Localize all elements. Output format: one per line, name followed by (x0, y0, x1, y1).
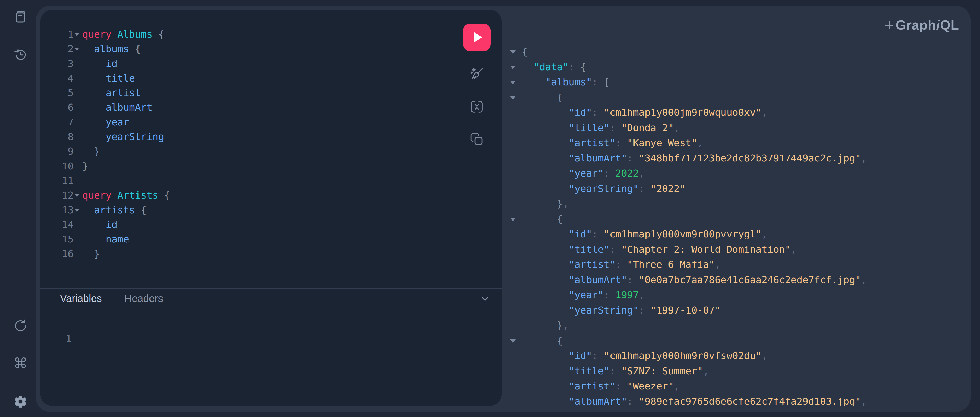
line-number: 4 (40, 71, 73, 86)
fold-arrow-icon[interactable] (75, 194, 79, 197)
editor-panel: 1query Albums {2 albums {3 id4 title5 ar… (40, 10, 502, 406)
code-text: "title": "SZNZ: Summer", (522, 364, 709, 379)
code-line: { (502, 212, 970, 227)
code-text: yearString (82, 129, 164, 144)
line-number: 13 (40, 203, 73, 218)
line-number: 6 (40, 100, 73, 115)
code-text: albumArt (82, 100, 153, 115)
code-text: } (82, 247, 100, 261)
code-line: "artist": "Kanye West", (502, 135, 970, 151)
code-text: "title": "Donda 2", (522, 120, 680, 136)
line-number: 9 (40, 144, 73, 159)
code-text: } (82, 159, 88, 173)
code-text: "year": 1997, (522, 288, 644, 303)
line-number: 7 (40, 115, 73, 129)
secondary-editor-tabs: Variables Headers (40, 290, 502, 308)
refetch-schema-button[interactable] (11, 317, 29, 335)
refetch-icon (13, 318, 28, 334)
code-line: 7 year (40, 115, 475, 129)
fold-arrow-icon[interactable] (510, 218, 516, 221)
code-line: "artist": "Three 6 Mafia", (502, 257, 970, 272)
editor-tools-divider (40, 288, 502, 289)
code-line: { (502, 333, 970, 349)
fold-arrow-icon[interactable] (510, 50, 516, 54)
chevron-down-icon (479, 293, 491, 305)
code-line: 4 title (40, 71, 475, 86)
execute-query-button[interactable] (463, 24, 491, 51)
prettify-query-button[interactable] (469, 66, 485, 83)
code-line: "year": 2022, (502, 166, 970, 181)
line-number: 1 (40, 27, 73, 41)
code-text: artist (82, 86, 141, 100)
tab-headers[interactable]: Headers (124, 293, 163, 304)
query-editor[interactable]: 1query Albums {2 albums {3 id4 title5 ar… (40, 10, 475, 261)
docs-button[interactable] (11, 8, 29, 26)
graphiql-logo: GraphiQL (896, 18, 959, 33)
line-number: 5 (40, 86, 73, 100)
code-line: "albums": [ (502, 75, 970, 90)
shortcut-keys-button[interactable]: ⌘ (11, 354, 29, 372)
code-line: 8 yearString (40, 129, 475, 144)
code-text: "id": "cm1hmap1y000jm9r0wquuo0xv", (522, 105, 767, 120)
code-line: 2 albums { (40, 41, 475, 56)
code-text: "year": 2022, (522, 166, 644, 181)
fold-arrow-icon[interactable] (510, 96, 516, 100)
code-line: 15 name (40, 232, 475, 247)
code-text: "albumArt": "989efac9765d6e6cfe62c7f4fa2… (522, 394, 867, 406)
line-number: 14 (40, 218, 73, 232)
settings-button[interactable] (11, 393, 29, 411)
code-line: }, (502, 318, 970, 333)
code-line: { (502, 44, 970, 59)
code-text: "artist": "Three 6 Mafia", (522, 257, 721, 272)
fold-arrow-icon[interactable] (510, 66, 516, 69)
code-text: artists { (82, 203, 147, 218)
code-line: "title": "Chapter 2: World Domination", (502, 242, 970, 257)
code-text: query Artists { (82, 188, 170, 203)
code-line: { (502, 90, 970, 105)
code-line: "id": "cm1hmap1y000hm9r0vfsw02du", (502, 348, 970, 364)
code-text: year (82, 115, 129, 129)
code-line: "yearString": "1997-10-07" (502, 303, 970, 318)
code-text: name (82, 232, 129, 247)
code-text: "artist": "Kanye West", (522, 135, 703, 151)
code-text: id (82, 56, 117, 71)
code-line: "year": 1997, (502, 288, 970, 303)
code-line: "albumArt": "0e0a7bc7aa786e41c6aa246c2ed… (502, 272, 970, 288)
merge-fragments-button[interactable] (469, 99, 485, 115)
code-line: "albumArt": "348bbf717123be2dc82b3791744… (502, 151, 970, 166)
code-text: { (522, 90, 563, 105)
code-line: 16 } (40, 247, 475, 261)
fold-arrow-icon[interactable] (75, 48, 79, 51)
code-line: }, (502, 196, 970, 212)
code-text: "albumArt": "0e0a7bc7aa786e41c6aa246c2ed… (522, 272, 867, 288)
fold-arrow-icon[interactable] (75, 33, 79, 36)
code-line: 3 id (40, 56, 475, 71)
code-text: { (522, 44, 528, 59)
code-line: "albumArt": "989efac9765d6e6cfe62c7f4fa2… (502, 394, 970, 406)
code-text: "id": "cm1hmap1y000hm9r0vfsw02du", (522, 348, 767, 364)
code-line: "yearString": "2022" (502, 181, 970, 196)
copy-query-button[interactable] (469, 131, 485, 148)
code-text: "data": { (522, 59, 586, 75)
line-number: 3 (40, 56, 73, 71)
code-text: } (82, 144, 100, 159)
code-line: 6 albumArt (40, 100, 475, 115)
code-line: "id": "cm1hmap1y000jm9r0wquuo0xv", (502, 105, 970, 120)
history-icon (13, 47, 28, 63)
line-number: 2 (40, 41, 73, 56)
fold-arrow-icon[interactable] (75, 209, 79, 212)
sidebar: ⌘ (0, 0, 36, 417)
fold-arrow-icon[interactable] (510, 339, 516, 343)
collapse-secondary-editor-button[interactable] (478, 292, 492, 306)
history-button[interactable] (11, 46, 29, 64)
copy-icon (470, 132, 484, 147)
tab-variables[interactable]: Variables (60, 293, 102, 304)
prettify-icon (469, 67, 485, 83)
code-text: "yearString": "1997-10-07" (522, 303, 721, 318)
code-text: "albumArt": "348bbf717123be2dc82b3791744… (522, 151, 867, 166)
code-line: "title": "SZNZ: Summer", (502, 364, 970, 379)
code-text: }, (522, 318, 569, 333)
line-number: 15 (40, 232, 73, 247)
fold-arrow-icon[interactable] (510, 81, 516, 84)
code-text: { (522, 333, 563, 349)
